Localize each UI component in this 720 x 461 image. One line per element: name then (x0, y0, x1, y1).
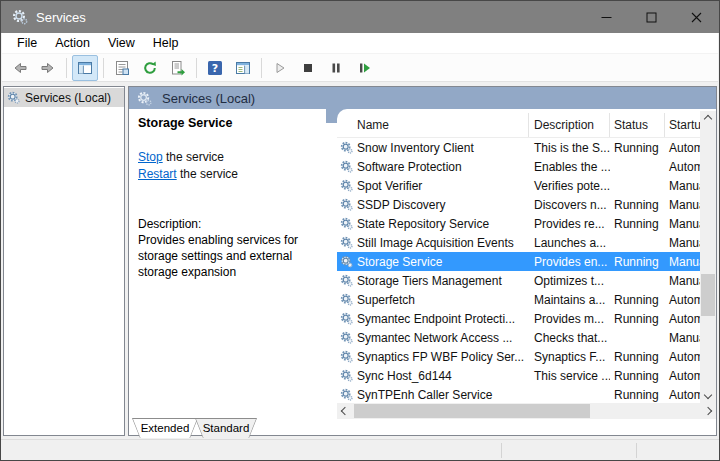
banner-title: Services (Local) (162, 91, 255, 106)
stop-service-icon[interactable] (295, 55, 321, 81)
scroll-up-icon[interactable] (700, 111, 716, 127)
service-startup-type: Manual (665, 236, 700, 250)
stop-service-link[interactable]: Stop (138, 150, 163, 164)
column-header-status[interactable]: Status (610, 113, 665, 137)
service-description: This service ... (529, 369, 610, 383)
service-status: Running (610, 369, 665, 383)
service-gear-icon (340, 293, 353, 306)
refresh-icon[interactable] (137, 55, 163, 81)
service-status: Running (610, 255, 665, 269)
minimize-button[interactable] (584, 1, 629, 33)
table-row[interactable]: Storage ServiceProvides en...RunningManu… (337, 252, 700, 271)
restart-service-icon[interactable] (351, 55, 377, 81)
back-icon[interactable] (7, 55, 33, 81)
table-row[interactable]: Symantec Network Access ...Checks that..… (337, 328, 700, 347)
column-header-name[interactable]: Name (337, 113, 529, 137)
show-console-tree-icon[interactable] (72, 55, 98, 81)
service-status: Running (610, 198, 665, 212)
service-gear-icon (340, 179, 353, 192)
service-startup-type: Automatic (665, 369, 700, 383)
service-startup-type: Manual (665, 179, 700, 193)
service-startup-type: Automatic (665, 350, 700, 364)
service-startup-type: Automatic (665, 141, 700, 155)
table-row[interactable]: SynTPEnh Caller ServiceRunningAutomatic (337, 385, 700, 403)
service-name: Storage Tiers Management (357, 274, 502, 288)
service-startup-type: Manual (665, 217, 700, 231)
tab-extended-label: Extended (132, 418, 198, 438)
tree-item-label: Services (Local) (25, 91, 111, 105)
console-tree-panel: Services (Local) (3, 86, 125, 436)
table-row[interactable]: Synaptics FP WBF Policy Ser...Synaptics … (337, 347, 700, 366)
service-description: Provides m... (529, 312, 610, 326)
table-row[interactable]: Software ProtectionEnables the ...Automa… (337, 157, 700, 176)
service-gear-icon (340, 274, 353, 287)
menu-help[interactable]: Help (144, 34, 188, 52)
scroll-left-icon[interactable] (337, 403, 353, 419)
table-row[interactable]: Snow Inventory ClientThis is the S...Run… (337, 138, 700, 157)
service-startup-type: Automatic (665, 160, 700, 174)
service-startup-type: Automatic (665, 293, 700, 307)
menu-file[interactable]: File (8, 34, 46, 52)
title-bar[interactable]: Services (1, 1, 719, 33)
tree-item-services-local[interactable]: Services (Local) (4, 88, 124, 107)
service-name: Symantec Network Access ... (357, 331, 512, 345)
restart-service-line: Restart the service (138, 166, 330, 183)
service-gear-icon (340, 160, 353, 173)
service-name: Symantec Endpoint Protecti... (357, 312, 515, 326)
sort-ascending-icon (422, 113, 430, 114)
scroll-right-icon[interactable] (700, 403, 716, 419)
menu-view[interactable]: View (99, 34, 144, 52)
service-description: Launches a... (529, 236, 610, 250)
export-list-icon[interactable] (165, 55, 191, 81)
service-gear-icon (340, 236, 353, 249)
service-description: Checks that... (529, 331, 610, 345)
menu-action[interactable]: Action (46, 34, 99, 52)
forward-icon[interactable] (35, 55, 61, 81)
selected-service-title: Storage Service (138, 116, 330, 130)
table-row[interactable]: Still Image Acquisition EventsLaunches a… (337, 233, 700, 252)
column-header-startup-type[interactable]: Startup Type (665, 113, 700, 137)
status-bar (1, 439, 719, 461)
services-pane: Services (Local) Storage Service Stop th… (128, 86, 717, 436)
table-row[interactable]: Sync Host_6d144This service ...RunningAu… (337, 366, 700, 385)
column-header-description[interactable]: Description (529, 113, 610, 137)
restart-service-link[interactable]: Restart (138, 167, 177, 181)
service-gear-icon (340, 350, 353, 363)
main-area: Services (Local) Services (Local) Storag… (1, 82, 719, 439)
description-text: Provides enabling services for storage s… (138, 232, 330, 280)
start-service-icon[interactable] (267, 55, 293, 81)
table-row[interactable]: Symantec Endpoint Protecti...Provides m.… (337, 309, 700, 328)
close-button[interactable] (674, 1, 719, 33)
svg-text:?: ? (212, 62, 218, 75)
service-name: State Repository Service (357, 217, 489, 231)
service-startup-type: Manual (665, 255, 700, 269)
table-row[interactable]: State Repository ServiceProvides re...Ru… (337, 214, 700, 233)
table-row[interactable]: Storage Tiers ManagementOptimizes t...Ma… (337, 271, 700, 290)
pause-service-icon[interactable] (323, 55, 349, 81)
vertical-scrollbar[interactable] (700, 111, 716, 403)
menu-bar: File Action View Help (2, 33, 718, 54)
table-row[interactable]: Spot VerifierVerifies pote...Manual (337, 176, 700, 195)
horizontal-scrollbar[interactable] (337, 403, 716, 419)
show-action-pane-icon[interactable] (230, 55, 256, 81)
scroll-down-icon[interactable] (700, 387, 716, 403)
tab-standard[interactable]: Standard (195, 418, 257, 438)
status-separator (636, 443, 637, 458)
service-name: Spot Verifier (357, 179, 422, 193)
service-status: Running (610, 141, 665, 155)
properties-icon[interactable] (109, 55, 135, 81)
table-row[interactable]: SSDP DiscoveryDiscovers n...RunningManua… (337, 195, 700, 214)
tab-extended[interactable]: Extended (132, 418, 198, 438)
service-name: Software Protection (357, 160, 462, 174)
service-name: Superfetch (357, 293, 415, 307)
stop-suffix-text: the service (163, 150, 224, 164)
vertical-scroll-thumb[interactable] (701, 274, 715, 316)
service-startup-type: Automatic (665, 312, 700, 326)
horizontal-scroll-thumb[interactable] (354, 404, 590, 418)
tab-standard-label: Standard (195, 418, 257, 438)
maximize-button[interactable] (629, 1, 674, 33)
service-description: This is the S... (529, 141, 610, 155)
help-icon[interactable]: ? (202, 55, 228, 81)
service-gear-icon (340, 388, 353, 401)
table-row[interactable]: SuperfetchMaintains a...RunningAutomatic (337, 290, 700, 309)
